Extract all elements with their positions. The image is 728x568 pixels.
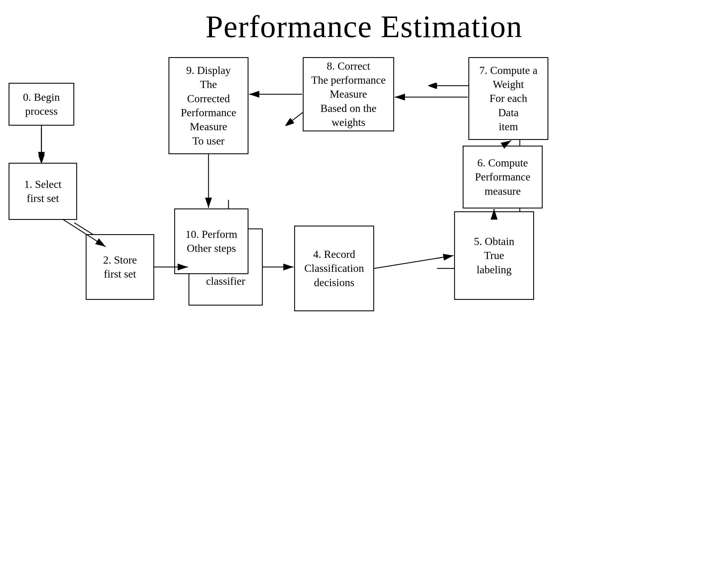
box-correct: 8. Correct The performance Measure Based… bbox=[303, 57, 394, 131]
svg-line-16 bbox=[374, 256, 454, 268]
box-compute-weight: 7. Compute a Weight For each Data item bbox=[468, 57, 548, 140]
box-perform: 10. Perform Other steps bbox=[174, 208, 248, 274]
box-compute-perf: 6. Compute Performance measure bbox=[463, 146, 543, 208]
page-title: Performance Estimation bbox=[0, 0, 728, 45]
box-select: 1. Select first set bbox=[9, 163, 77, 220]
box-store: 2. Store first set bbox=[86, 234, 154, 300]
box-obtain: 5. Obtain True labeling bbox=[454, 211, 534, 300]
box-record: 4. Record Classification decisions bbox=[294, 226, 374, 311]
flowchart: 0. Begin process 1. Select first set 2. … bbox=[0, 40, 728, 568]
svg-line-20 bbox=[503, 141, 511, 146]
box-display: 9. Display The Corrected Performance Mea… bbox=[169, 57, 248, 154]
box-begin: 0. Begin process bbox=[9, 83, 74, 126]
